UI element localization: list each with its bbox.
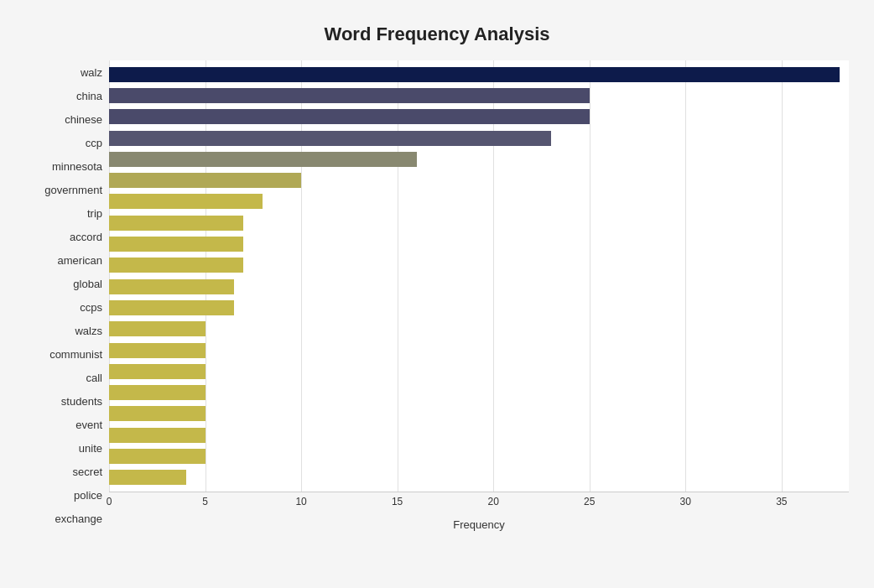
bar xyxy=(109,300,234,315)
y-label: chinese xyxy=(65,108,102,130)
bar-row xyxy=(109,278,849,296)
bar-row xyxy=(109,86,849,105)
bar-row xyxy=(109,150,849,169)
x-axis: 05101520253035 xyxy=(109,492,849,517)
y-label: china xyxy=(76,85,102,107)
bars-inner xyxy=(109,60,849,492)
bar xyxy=(109,131,551,146)
y-label: students xyxy=(61,391,102,413)
bar-row xyxy=(109,65,849,84)
bar-row xyxy=(109,404,849,423)
bar-row xyxy=(109,192,849,211)
y-label: exchange xyxy=(55,508,102,530)
x-tick: 0 xyxy=(107,496,112,507)
bar xyxy=(109,237,243,252)
bar-row xyxy=(109,107,849,126)
x-tick: 35 xyxy=(776,496,787,507)
bar xyxy=(109,428,205,443)
y-label: walzs xyxy=(75,320,102,342)
y-label: ccp xyxy=(86,132,102,154)
bar xyxy=(109,279,234,294)
y-labels: walzchinachineseccpminnesotagovernmenttr… xyxy=(25,60,109,531)
y-label: event xyxy=(75,414,102,436)
y-label: walz xyxy=(81,61,102,83)
bar xyxy=(109,194,263,209)
bar-row xyxy=(109,468,849,487)
bar xyxy=(109,470,186,485)
y-label: communist xyxy=(49,344,102,366)
bar xyxy=(109,321,205,336)
bar xyxy=(109,109,590,124)
chart-container: Word Frequency Analysis walzchinachinese… xyxy=(0,0,874,588)
y-label: global xyxy=(73,273,102,294)
y-label: government xyxy=(44,179,102,200)
y-label: ccps xyxy=(80,296,102,318)
x-tick: 20 xyxy=(487,496,498,507)
bar xyxy=(109,173,301,188)
x-tick: 10 xyxy=(295,496,306,507)
bar xyxy=(109,67,840,82)
x-axis-label: Frequency xyxy=(109,518,849,531)
bar-row xyxy=(109,235,849,253)
bar-row xyxy=(109,362,849,381)
bar-row xyxy=(109,341,849,360)
bar-row xyxy=(109,383,849,402)
bar xyxy=(109,449,205,464)
bar xyxy=(109,385,205,400)
bar-row xyxy=(109,214,849,232)
y-label: police xyxy=(74,485,102,507)
bar-row xyxy=(109,256,849,274)
bar xyxy=(109,88,590,103)
y-label: american xyxy=(58,249,102,271)
bars-and-x: 05101520253035 Frequency xyxy=(109,60,849,531)
x-tick: 30 xyxy=(680,496,691,507)
bar xyxy=(109,152,417,167)
y-label: accord xyxy=(70,226,102,247)
bar-row xyxy=(109,129,849,148)
x-tick: 15 xyxy=(392,496,403,507)
chart-title: Word Frequency Analysis xyxy=(25,17,849,45)
y-label: secret xyxy=(73,461,102,483)
bar-row xyxy=(109,447,849,466)
bar-row xyxy=(109,171,849,190)
bar xyxy=(109,343,205,358)
bar-row xyxy=(109,320,849,338)
bar xyxy=(109,216,243,231)
chart-area: walzchinachineseccpminnesotagovernmenttr… xyxy=(25,60,849,531)
y-label: unite xyxy=(79,438,102,460)
y-label: trip xyxy=(87,202,102,224)
y-label: minnesota xyxy=(52,155,102,177)
bar xyxy=(109,364,205,379)
x-tick: 5 xyxy=(202,496,208,507)
x-tick: 25 xyxy=(584,496,595,507)
bar-row xyxy=(109,299,849,317)
bar-row xyxy=(109,426,849,445)
y-label: call xyxy=(86,367,102,389)
bar xyxy=(109,258,243,273)
bar xyxy=(109,406,205,421)
bars-area xyxy=(109,60,849,492)
